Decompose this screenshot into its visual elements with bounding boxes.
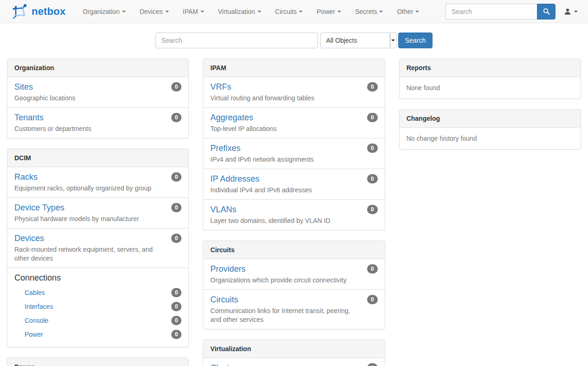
menu-label: Other <box>397 8 413 15</box>
item-description: Equipment racks, optionally organized by… <box>14 184 181 193</box>
quick-search-button[interactable]: Search <box>398 33 433 48</box>
menu-label: Power <box>317 8 335 15</box>
menu-link-secrets[interactable]: Secrets <box>348 0 390 23</box>
menu-link-ipam[interactable]: IPAM <box>176 0 211 23</box>
caret-down-icon <box>165 11 169 13</box>
panel-changelog: ChangelogNo change history found <box>399 109 581 150</box>
quick-search-input[interactable] <box>155 33 318 48</box>
list-item-circuits: Circuits0Communication links for Interne… <box>203 289 384 329</box>
vlans-link[interactable]: VLANs <box>210 205 236 215</box>
power-link[interactable]: Power <box>25 331 43 338</box>
search-icon <box>543 8 550 15</box>
list-item-tenants: Tenants0Customers or departments <box>7 107 188 138</box>
power-count-badge[interactable]: 0 <box>171 330 182 339</box>
menu-label: Secrets <box>355 8 377 15</box>
list-item-providers: Providers0Organizations which provide ci… <box>203 259 384 289</box>
menu-item-circuits: Circuits <box>268 0 310 23</box>
vrfs-link[interactable]: VRFs <box>210 82 231 92</box>
item-description: Rack-mounted network equipment, servers,… <box>14 245 181 263</box>
subsection-connections: ConnectionsCables0Interfaces0Console0Pow… <box>7 268 188 347</box>
providers-link[interactable]: Providers <box>210 264 246 274</box>
sub-item-interfaces: Interfaces0 <box>14 300 181 314</box>
menu-link-virtualization[interactable]: Virtualization <box>211 0 268 23</box>
dashboard-column-3: ReportsNone foundChangelogNo change hist… <box>399 59 581 160</box>
list-item-vlans: VLANs0Layer two domains, identified by V… <box>203 199 384 230</box>
prefixes-count-badge[interactable]: 0 <box>367 144 378 153</box>
aggregates-count-badge[interactable]: 0 <box>367 113 378 122</box>
menu-link-other[interactable]: Other <box>390 0 426 23</box>
panel-title-changelog: Changelog <box>400 110 581 128</box>
sites-count-badge[interactable]: 0 <box>171 82 182 92</box>
caret-down-icon <box>200 11 204 13</box>
navbar-search-input[interactable] <box>446 4 537 20</box>
circuits-link[interactable]: Circuits <box>210 295 238 305</box>
netbox-brand[interactable]: netbox <box>12 4 65 20</box>
panel-organization: OrganizationSites0Geographic locationsTe… <box>7 59 189 138</box>
providers-count-badge[interactable]: 0 <box>367 264 378 274</box>
circuits-count-badge[interactable]: 0 <box>367 295 378 304</box>
item-description: Top-level IP allocations <box>210 124 377 133</box>
menu-item-power: Power <box>310 0 348 23</box>
panel-reports: ReportsNone found <box>399 59 581 99</box>
devices-count-badge[interactable]: 0 <box>171 234 182 243</box>
select-dropdown-strip <box>390 33 396 47</box>
prefixes-link[interactable]: Prefixes <box>210 144 240 153</box>
panel-title-organization: Organization <box>7 59 188 77</box>
aggregates-link[interactable]: Aggregates <box>210 113 253 123</box>
item-description: Individual IPv4 and IPv6 addresses <box>210 186 377 195</box>
vlans-count-badge[interactable]: 0 <box>367 205 378 214</box>
console-link[interactable]: Console <box>25 317 48 324</box>
caret-down-icon <box>122 11 126 13</box>
list-item-devices: Devices0Rack-mounted network equipment, … <box>7 228 188 268</box>
object-type-selected: All Objects <box>326 37 357 44</box>
menu-link-organization[interactable]: Organization <box>76 0 132 23</box>
menu-link-power[interactable]: Power <box>310 0 348 23</box>
object-type-select[interactable]: All Objects <box>320 33 397 48</box>
clusters-link[interactable]: Clusters <box>210 363 241 366</box>
ip-addresses-link[interactable]: IP Addresses <box>210 174 259 184</box>
dashboard-column-2: IPAMVRFs0Virtual routing and forwarding … <box>203 59 385 366</box>
menu-label: Devices <box>140 8 163 15</box>
menu-link-circuits[interactable]: Circuits <box>268 0 310 23</box>
quick-search-bar: All Objects Search <box>0 33 588 48</box>
caret-down-icon <box>415 11 419 13</box>
device-types-link[interactable]: Device Types <box>14 203 65 213</box>
menu-link-devices[interactable]: Devices <box>133 0 176 23</box>
cables-count-badge[interactable]: 0 <box>171 288 182 297</box>
panel-title-virtualization: Virtualization <box>203 340 384 358</box>
clusters-count-badge[interactable]: 0 <box>367 363 378 366</box>
sites-link[interactable]: Sites <box>14 82 33 92</box>
subsection-title: Connections <box>14 273 181 283</box>
list-item-prefixes: Prefixes0IPv4 and IPv6 network assignmen… <box>203 138 384 169</box>
tenants-link[interactable]: Tenants <box>14 113 44 123</box>
caret-down-icon <box>337 11 341 13</box>
ip-addresses-count-badge[interactable]: 0 <box>367 174 378 183</box>
item-description: Geographic locations <box>14 94 181 103</box>
navbar-search-button[interactable] <box>537 4 556 20</box>
panel-empty-text: None found <box>400 77 581 98</box>
item-description: IPv4 and IPv6 network assignments <box>210 155 377 164</box>
menu-label: Virtualization <box>218 8 255 15</box>
interfaces-count-badge[interactable]: 0 <box>171 302 182 311</box>
tenants-count-badge[interactable]: 0 <box>171 113 182 122</box>
racks-link[interactable]: Racks <box>14 172 38 182</box>
user-menu[interactable] <box>556 8 582 15</box>
list-item-aggregates: Aggregates0Top-level IP allocations <box>203 107 384 138</box>
menu-item-virtualization: Virtualization <box>211 0 268 23</box>
item-description: Customers or departments <box>14 124 181 133</box>
panel-title-ipam: IPAM <box>203 59 384 77</box>
item-description: Virtual routing and forwarding tables <box>210 94 377 103</box>
panel-title-power: Power <box>7 358 188 366</box>
vrfs-count-badge[interactable]: 0 <box>367 82 378 92</box>
navbar-search-group <box>446 4 556 20</box>
device-types-count-badge[interactable]: 0 <box>171 203 182 212</box>
menu-label: Circuits <box>275 8 297 15</box>
caret-down-icon <box>299 11 303 13</box>
menu-label: IPAM <box>183 8 198 15</box>
cables-link[interactable]: Cables <box>25 289 45 296</box>
panel-title-reports: Reports <box>400 59 581 77</box>
console-count-badge[interactable]: 0 <box>171 316 182 325</box>
racks-count-badge[interactable]: 0 <box>171 172 182 182</box>
interfaces-link[interactable]: Interfaces <box>25 303 53 310</box>
devices-link[interactable]: Devices <box>14 234 44 243</box>
